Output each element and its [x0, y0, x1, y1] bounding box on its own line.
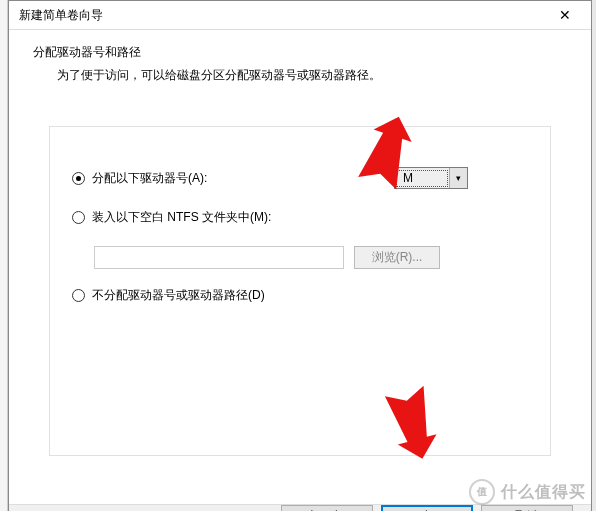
option-assign-letter[interactable]: 分配以下驱动器号(A): M ▾ — [72, 167, 528, 189]
option-none-label: 不分配驱动器号或驱动器路径(D) — [92, 287, 265, 304]
header-title: 分配驱动器号和路径 — [33, 44, 567, 61]
titlebar: 新建简单卷向导 ✕ — [9, 1, 591, 30]
watermark-text: 什么值得买 — [501, 482, 586, 503]
cancel-button[interactable]: 取消 — [481, 505, 573, 511]
next-button[interactable]: 下一步(E) > — [381, 505, 473, 511]
options-panel: 分配以下驱动器号(A): M ▾ 装入以下空白 NTFS 文件夹中(M): 浏览… — [49, 126, 551, 456]
radio-none[interactable] — [72, 289, 85, 302]
radio-mount[interactable] — [72, 211, 85, 224]
back-button[interactable]: < 上一步(B) — [281, 505, 373, 511]
header-description: 为了便于访问，可以给磁盘分区分配驱动器号或驱动器路径。 — [33, 67, 567, 84]
background-chrome — [0, 0, 8, 511]
option-mount-folder[interactable]: 装入以下空白 NTFS 文件夹中(M): — [72, 209, 528, 226]
chevron-down-icon: ▾ — [449, 168, 467, 188]
wizard-header: 分配驱动器号和路径 为了便于访问，可以给磁盘分区分配驱动器号或驱动器路径。 — [9, 30, 591, 104]
wizard-dialog: 新建简单卷向导 ✕ 分配驱动器号和路径 为了便于访问，可以给磁盘分区分配驱动器号… — [8, 0, 592, 511]
radio-assign[interactable] — [72, 172, 85, 185]
watermark-logo: 值 — [469, 479, 495, 505]
mount-path-input — [94, 246, 344, 269]
close-button[interactable]: ✕ — [545, 1, 585, 29]
watermark: 值 什么值得买 — [469, 479, 586, 505]
browse-button: 浏览(R)... — [354, 246, 440, 269]
window-title: 新建简单卷向导 — [19, 7, 545, 24]
wizard-content: 分配以下驱动器号(A): M ▾ 装入以下空白 NTFS 文件夹中(M): 浏览… — [9, 104, 591, 504]
mount-path-row: 浏览(R)... — [94, 246, 528, 269]
option-assign-label: 分配以下驱动器号(A): — [92, 170, 207, 187]
wizard-footer: < 上一步(B) 下一步(E) > 取消 — [9, 504, 591, 511]
drive-letter-value: M — [396, 170, 448, 187]
option-mount-label: 装入以下空白 NTFS 文件夹中(M): — [92, 209, 271, 226]
close-icon: ✕ — [559, 7, 571, 23]
option-no-assign[interactable]: 不分配驱动器号或驱动器路径(D) — [72, 287, 528, 304]
drive-letter-select[interactable]: M ▾ — [394, 167, 468, 189]
